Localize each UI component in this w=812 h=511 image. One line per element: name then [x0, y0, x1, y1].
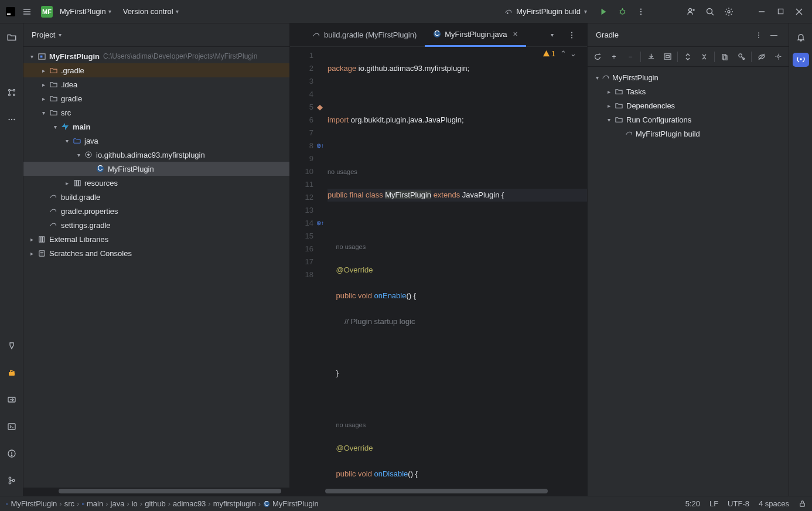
- project-tool-button[interactable]: [4, 29, 20, 46]
- tree-row-settings-gradle[interactable]: settings.gradle: [23, 218, 289, 232]
- tab-build-gradle[interactable]: build.gradle (MyFirstPlugin): [304, 23, 425, 47]
- gradle-tasks-row[interactable]: ▸ Tasks: [588, 84, 789, 98]
- vcs-tool-button[interactable]: [4, 472, 20, 489]
- panel-options-button[interactable]: [752, 29, 765, 42]
- debug-button[interactable]: [614, 4, 630, 20]
- expand-arrow-icon[interactable]: ▾: [39, 110, 48, 116]
- clipboard-button[interactable]: [718, 50, 731, 63]
- expand-arrow-icon[interactable]: ▸: [39, 67, 48, 74]
- tree-row-idea[interactable]: ▸ .idea: [23, 77, 289, 91]
- breadcrumb-item[interactable]: myfirstplugin: [213, 499, 256, 508]
- code-with-me-button[interactable]: [683, 4, 700, 20]
- gradle-build-config-row[interactable]: MyFirstPlugin build: [588, 127, 789, 141]
- code-content[interactable]: package io.github.adimac93.myfirstplugin…: [318, 47, 587, 488]
- project-tool-window: Project ▾ ▾ MyFirstPlugin C:\Users\adima…: [23, 23, 290, 496]
- indent-setting[interactable]: 4 spaces: [759, 499, 789, 508]
- gradle-file-icon: [48, 221, 59, 229]
- more-actions-button[interactable]: [633, 4, 649, 20]
- tree-row-src[interactable]: ▾ src: [23, 105, 289, 120]
- tree-row-package[interactable]: ▾ io.github.adimac93.myfirstplugin: [23, 148, 289, 162]
- tree-row-gradle-props[interactable]: gradle.properties: [23, 204, 289, 218]
- code-editor[interactable]: 1 ⌃ ⌄ 1 2 3 4 ◆5 6 7 ⊚↑8 9 10 11 12 13: [290, 47, 587, 488]
- tree-row-java[interactable]: ▾ java: [23, 134, 289, 148]
- maximize-window-button[interactable]: [772, 4, 789, 20]
- project-panel-header[interactable]: Project ▾: [23, 23, 289, 47]
- tree-root-row[interactable]: ▾ MyFirstPlugin C:\Users\adima\Developer…: [23, 49, 289, 63]
- execute-task-button[interactable]: [661, 50, 674, 63]
- breadcrumb-item[interactable]: src: [64, 499, 74, 508]
- services-tool-button[interactable]: [4, 391, 20, 408]
- vcs-dropdown[interactable]: Version control ▾: [118, 5, 183, 18]
- settings-button[interactable]: [721, 4, 737, 20]
- gradle-runconfigs-row[interactable]: ▾ Run Configurations: [588, 113, 789, 127]
- expand-arrow-icon[interactable]: ▾: [50, 124, 60, 130]
- gradle-deps-row[interactable]: ▸ Dependencies: [588, 98, 789, 113]
- build-tool-button[interactable]: [4, 338, 20, 354]
- breadcrumb-item[interactable]: ▫main: [81, 499, 103, 508]
- main-menu-button[interactable]: [19, 4, 35, 20]
- line-separator[interactable]: LF: [709, 499, 718, 508]
- run-button[interactable]: [595, 4, 612, 20]
- breadcrumb-item[interactable]: C MyFirstPlugin: [263, 499, 319, 508]
- breadcrumb-item[interactable]: adimac93: [173, 499, 206, 508]
- gradle-root-row[interactable]: ▾ MyFirstPlugin: [588, 70, 789, 84]
- ai-assistant-button[interactable]: [793, 53, 809, 67]
- gradle-tool-button[interactable]: [4, 364, 20, 381]
- tree-row-scratches[interactable]: ▸ Scratches and Consoles: [23, 246, 289, 260]
- tab-java-file[interactable]: C MyFirstPlugin.java ×: [425, 23, 526, 47]
- project-dropdown[interactable]: MyFirstPlugin ▾: [55, 5, 116, 18]
- tree-row-main[interactable]: ▾ main: [23, 120, 289, 134]
- toggle-offline-button[interactable]: [755, 50, 768, 63]
- tree-row-build-gradle[interactable]: build.gradle: [23, 190, 289, 204]
- tab-list-button[interactable]: ▾: [544, 27, 560, 43]
- svg-point-65: [758, 35, 759, 36]
- tree-row-class[interactable]: C MyFirstPlugin: [23, 162, 289, 176]
- tab-options-button[interactable]: [564, 27, 580, 43]
- tree-row-gradle-dir[interactable]: ▸ .gradle: [23, 63, 289, 77]
- expand-arrow-icon[interactable]: ▸: [39, 96, 48, 102]
- tree-row-ext-libs[interactable]: ▸ External Libraries: [23, 232, 289, 246]
- readonly-toggle[interactable]: [799, 500, 806, 507]
- close-tab-icon[interactable]: ×: [513, 29, 517, 39]
- expand-arrow-icon[interactable]: ▸: [62, 180, 71, 186]
- svg-text:C: C: [435, 30, 440, 38]
- expand-all-button[interactable]: [681, 50, 694, 63]
- tree-row-resources[interactable]: ▸ resources: [23, 176, 289, 190]
- breadcrumb-item[interactable]: github: [145, 499, 165, 508]
- expand-arrow-icon[interactable]: ▾: [74, 152, 83, 158]
- tree-row-gradle[interactable]: ▸ gradle: [23, 91, 289, 105]
- terminal-tool-button[interactable]: [4, 418, 20, 435]
- gradle-settings-button[interactable]: [772, 50, 784, 63]
- editor-scrollbar[interactable]: [290, 488, 587, 496]
- svg-rect-36: [8, 424, 15, 430]
- run-config-selector[interactable]: MyFirstPlugin build ▾: [499, 5, 593, 18]
- more-tools-button[interactable]: [4, 111, 20, 128]
- expand-arrow-icon[interactable]: ▸: [604, 88, 613, 95]
- refresh-button[interactable]: [591, 50, 604, 63]
- expand-arrow-icon[interactable]: ▾: [604, 117, 613, 123]
- breadcrumb-item[interactable]: ▫MyFirstPlugin: [6, 499, 57, 508]
- expand-arrow-icon[interactable]: ▸: [27, 236, 36, 243]
- structure-tool-button[interactable]: [4, 84, 20, 101]
- expand-arrow-icon[interactable]: ▸: [604, 103, 613, 109]
- cursor-position[interactable]: 5:20: [685, 499, 700, 508]
- file-encoding[interactable]: UTF-8: [728, 499, 749, 508]
- expand-arrow-icon[interactable]: ▸: [39, 81, 48, 88]
- search-everywhere-button[interactable]: [702, 4, 718, 20]
- minimize-window-button[interactable]: [753, 4, 770, 20]
- expand-arrow-icon[interactable]: ▾: [62, 138, 71, 144]
- expand-arrow-icon[interactable]: ▸: [27, 250, 36, 257]
- project-scrollbar[interactable]: [23, 488, 289, 496]
- breadcrumb-item[interactable]: java: [111, 499, 125, 508]
- problems-tool-button[interactable]: [4, 445, 20, 462]
- breadcrumb-item[interactable]: io: [132, 499, 138, 508]
- analyze-deps-button[interactable]: [735, 50, 748, 63]
- collapse-all-button[interactable]: [698, 50, 711, 63]
- notifications-button[interactable]: [793, 29, 809, 46]
- download-button[interactable]: [644, 50, 657, 63]
- close-window-button[interactable]: [791, 4, 807, 20]
- expand-arrow-icon[interactable]: ▾: [27, 53, 36, 60]
- hide-panel-button[interactable]: —: [767, 29, 780, 42]
- add-button[interactable]: +: [608, 50, 620, 63]
- expand-arrow-icon[interactable]: ▾: [592, 74, 602, 81]
